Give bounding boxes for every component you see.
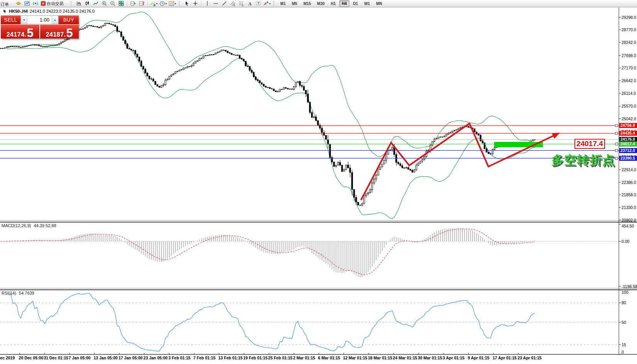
period-button[interactable]: ▾ (159, 0, 168, 7)
y-axis-label: 26114.0 (622, 91, 636, 96)
timeframe-button-h1[interactable]: H1 (328, 0, 339, 7)
reversal-point-annotation[interactable]: 多空转折点 (551, 152, 615, 169)
line-chart-mode-button[interactable] (92, 0, 100, 7)
timeframe-button-m30[interactable]: M30 (314, 0, 327, 7)
mt4-window: { "toolbar": { "new_order_label": "新订单",… (0, 0, 637, 364)
channel-tool-button[interactable]: E (229, 0, 237, 7)
price-tag: 23712.0 (619, 148, 637, 153)
buy-button[interactable]: BUY (59, 15, 79, 24)
candlestick-mode-button[interactable] (83, 0, 91, 7)
cursor-icon (184, 0, 190, 7)
autotrading-button[interactable]: 自动交易 (40, 0, 69, 7)
crosshair-icon (192, 0, 198, 7)
trendline-tool-button[interactable] (220, 0, 228, 7)
volume-increase-button[interactable]: ▲ (52, 16, 58, 24)
y-axis-label: 22914.0 (622, 167, 636, 172)
new-order-icon-button[interactable] (15, 0, 22, 7)
x-axis-label: 23 Jan 05:00 (144, 356, 168, 360)
x-axis-label: 13 Feb 01:15 (218, 356, 242, 360)
new-order-label: 新订单 (1, 2, 9, 7)
macd-values: 44.39 52.88 (34, 223, 56, 228)
main-toolbar: 新订单 自动交易 ▾ ▾ (0, 0, 637, 7)
timeframe-button-d1[interactable]: D1 (350, 0, 361, 7)
rsi-axis-label: 50 (622, 320, 626, 325)
rsi-axis-label: 80 (622, 300, 626, 305)
timeframe-button-h4[interactable]: H4 (339, 0, 350, 7)
text-label-tool-button[interactable]: T (254, 0, 262, 7)
x-axis-label: 5 Dec 2019 (0, 356, 15, 360)
cursor-tool-button[interactable] (183, 0, 191, 7)
fibonacci-tool-button[interactable]: F (237, 0, 245, 7)
equidistant-channel-icon: E (230, 0, 236, 7)
market-watch-button[interactable] (23, 0, 31, 7)
indicators-button[interactable]: ▾ (150, 0, 158, 7)
chart-symbol-period: HK50-,H4 (9, 9, 28, 13)
y-axis-label: 27170.0 (622, 66, 636, 70)
bar-chart-mode-button[interactable] (75, 0, 83, 7)
sell-price-main: 24174. (7, 32, 27, 38)
svg-text:A: A (248, 1, 252, 7)
timeframe-button-m15[interactable]: M15 (301, 0, 313, 7)
scroll-to-end-button[interactable] (129, 0, 137, 7)
macd-indicator-label: MACD(12,26,9) 44.39 52.88 (2, 223, 56, 228)
x-axis-label: 7 Jan 05:00 (69, 356, 91, 360)
x-axis-label: 3 Feb 01:15 (168, 356, 190, 360)
buy-price-display[interactable]: 24187. 5 (40, 25, 79, 39)
timeframe-button-mn[interactable]: MN (373, 0, 385, 7)
arrow-shapes-icon (263, 0, 269, 7)
y-axis-label: 20802.0 (622, 218, 636, 222)
vertical-line-tool-button[interactable] (203, 0, 211, 7)
toolbar-grip[interactable] (71, 1, 73, 6)
templates-button[interactable]: ▾ (168, 0, 177, 7)
price-tag: 24017.4 (619, 142, 637, 147)
chart-canvas[interactable] (0, 0, 637, 364)
y-axis-label: 28770.0 (622, 27, 636, 32)
zoom-out-button[interactable] (109, 0, 117, 7)
signal-broadcast-icon (32, 0, 39, 7)
timeframe-button-w1[interactable]: W1 (361, 0, 373, 7)
zoom-in-button[interactable] (100, 0, 108, 7)
volume-decrease-button[interactable]: ▼ (21, 16, 27, 24)
y-axis-label: 26642.0 (622, 78, 636, 83)
chart-cursor-icon (3, 9, 7, 13)
x-axis-label: 23 Apr 01:15 (518, 356, 542, 360)
signals-button[interactable] (32, 0, 39, 7)
x-axis-label: 12 Mar 01:15 (343, 356, 367, 360)
horizontal-line-tool-button[interactable] (212, 0, 220, 7)
x-axis-label: 24 Mar 01:15 (393, 356, 417, 360)
rsi-value: 54.7639 (19, 291, 34, 295)
sell-button[interactable]: SELL (1, 15, 20, 24)
toolbar-grip[interactable] (273, 1, 276, 6)
template-icon (168, 0, 174, 7)
toolbar-separator (127, 1, 127, 6)
toolbar-separator (147, 1, 148, 6)
indicators-dropdown-caret: ▾ (156, 2, 158, 5)
zoom-in-icon (101, 0, 107, 7)
timeframe-button-m1[interactable]: M1 (278, 0, 288, 7)
price-zone-label-box[interactable]: 24017.4 (574, 139, 605, 149)
templates-dropdown-caret: ▾ (174, 2, 176, 5)
trendline-icon (221, 0, 227, 7)
volume-input[interactable]: 1.00 (27, 16, 52, 24)
price-tag: 24435.4 (619, 131, 637, 136)
auto-scroll-button[interactable] (138, 0, 146, 7)
arrows-tool-button[interactable]: ▾ (263, 0, 271, 7)
y-axis-label: 27698.0 (622, 53, 636, 58)
x-axis-label: 25 Feb 01:15 (268, 356, 293, 360)
x-axis-label: 20 Dec 05:00 (19, 356, 44, 360)
sell-price-display[interactable]: 24174. 5 (1, 25, 39, 39)
text-tool-button[interactable]: A (246, 0, 254, 7)
x-axis-label: 13 Jan 05:00 (93, 356, 117, 360)
indicator-add-icon (150, 0, 156, 7)
one-click-trading-panel: SELL ▼ 1.00 ▲ BUY 24174. 5 24187. 5 (1, 15, 79, 39)
x-axis-label: 31 Dec 01:15 (44, 356, 68, 360)
timeframe-button-m5[interactable]: M5 (289, 0, 300, 7)
zoom-out-icon (110, 0, 116, 7)
x-axis-label: 17 Apr 01:15 (493, 356, 517, 360)
new-order-button[interactable]: 新订单 (1, 0, 14, 7)
tile-windows-button[interactable] (117, 0, 125, 7)
crosshair-tool-button[interactable] (191, 0, 199, 7)
period-dropdown-caret: ▾ (165, 2, 167, 5)
toolbar-grip[interactable] (179, 1, 181, 6)
y-axis-label: 29298.0 (622, 15, 636, 20)
